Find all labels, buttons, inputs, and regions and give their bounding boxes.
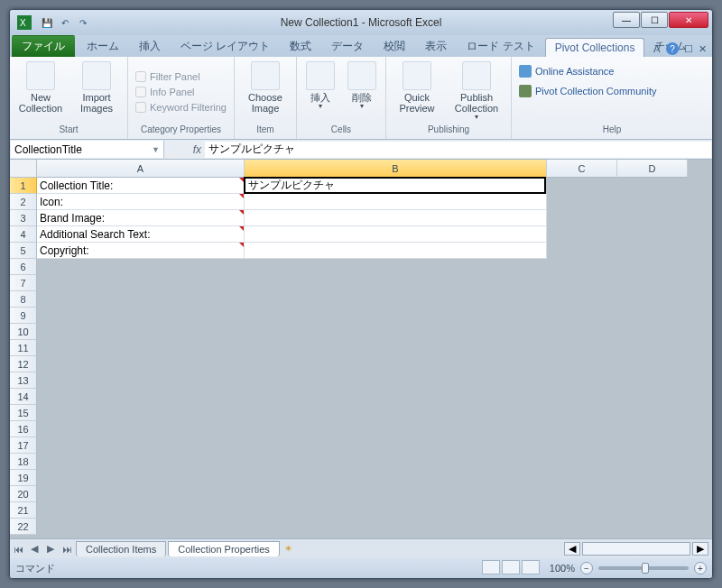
row-header[interactable]: 9 [10, 308, 37, 324]
cell[interactable] [37, 340, 245, 356]
cell[interactable] [245, 437, 547, 454]
select-all-corner[interactable] [10, 160, 37, 178]
cell[interactable] [245, 519, 547, 535]
publish-collection-button[interactable]: Publish Collection▾ [448, 60, 505, 122]
cell[interactable] [617, 259, 688, 275]
cell[interactable] [617, 291, 688, 308]
fx-icon[interactable]: fx [193, 143, 201, 156]
cell[interactable]: Collection Title: [37, 178, 245, 194]
cell[interactable] [37, 356, 245, 372]
cell[interactable] [617, 454, 688, 470]
view-normal[interactable] [482, 560, 500, 574]
cell[interactable] [616, 178, 687, 194]
cell[interactable] [547, 226, 617, 243]
tab-pivot-collections[interactable]: Pivot Collections [545, 38, 645, 57]
row-header[interactable]: 20 [10, 486, 37, 502]
cell[interactable] [37, 519, 245, 535]
cell[interactable]: Icon: [37, 194, 245, 210]
row-header[interactable]: 6 [10, 259, 37, 275]
cell[interactable] [245, 194, 547, 210]
cell[interactable] [37, 324, 245, 340]
row-header[interactable]: 11 [10, 340, 37, 356]
cell[interactable] [245, 389, 547, 405]
tab-file[interactable]: ファイル [12, 35, 75, 57]
worksheet[interactable]: A B C D 1Collection Title:サンプルピクチャ2Icon:… [10, 160, 712, 538]
cell[interactable] [547, 243, 617, 259]
qat-undo-icon[interactable]: ↶ [57, 14, 73, 31]
row-header[interactable]: 7 [10, 275, 37, 291]
cell[interactable] [547, 308, 617, 324]
cell[interactable] [547, 340, 617, 356]
cell[interactable] [547, 372, 617, 389]
qat-redo-icon[interactable]: ↷ [75, 14, 91, 31]
formula-input[interactable] [205, 142, 711, 158]
row-header[interactable]: 18 [10, 454, 37, 470]
row-header[interactable]: 5 [10, 243, 37, 259]
tab-formulas[interactable]: 数式 [280, 35, 321, 57]
hscroll-right[interactable]: ▶ [692, 542, 708, 556]
cell[interactable] [37, 372, 245, 389]
row-header[interactable]: 8 [10, 291, 37, 308]
cell[interactable] [617, 502, 688, 519]
row-header[interactable]: 14 [10, 389, 37, 405]
minimize-button[interactable]: — [613, 12, 640, 28]
cell[interactable] [547, 275, 617, 291]
cell[interactable] [245, 421, 547, 437]
cell[interactable] [617, 437, 688, 454]
zoom-level[interactable]: 100% [550, 563, 575, 574]
cell[interactable] [37, 502, 245, 519]
cell[interactable] [617, 421, 688, 437]
cell[interactable] [617, 340, 688, 356]
cell[interactable] [617, 519, 688, 535]
cell[interactable] [547, 421, 617, 437]
cell[interactable]: サンプルピクチャ [244, 177, 546, 194]
cell[interactable] [245, 259, 547, 275]
import-images-button[interactable]: Import Images [71, 60, 122, 114]
new-collection-button[interactable]: New Collection [15, 60, 66, 114]
inner-restore-icon[interactable]: ☐ [684, 43, 693, 55]
cell[interactable] [547, 291, 617, 308]
cell[interactable] [245, 372, 547, 389]
cell[interactable] [245, 405, 547, 421]
row-header[interactable]: 10 [10, 324, 37, 340]
cell[interactable] [617, 210, 688, 226]
cell[interactable] [617, 486, 688, 502]
cell[interactable] [245, 356, 547, 372]
cell[interactable] [547, 356, 617, 372]
cell[interactable] [617, 324, 688, 340]
cell[interactable] [37, 470, 245, 486]
row-header[interactable]: 19 [10, 470, 37, 486]
cell[interactable] [617, 308, 688, 324]
cell[interactable]: Additional Search Text: [37, 226, 245, 243]
view-page-layout[interactable] [502, 560, 520, 574]
cell[interactable] [245, 324, 547, 340]
sheet-nav-prev[interactable]: ◀ [26, 543, 42, 555]
cell[interactable] [617, 405, 688, 421]
view-page-break[interactable] [522, 560, 540, 574]
cell[interactable] [245, 486, 547, 502]
sheet-tab-items[interactable]: Collection Items [76, 541, 166, 556]
tab-view[interactable]: 表示 [415, 35, 457, 57]
inner-close-icon[interactable]: ✕ [699, 43, 707, 55]
info-panel-checkbox[interactable]: Info Panel [134, 86, 197, 98]
tab-loadtest[interactable]: ロード テスト [457, 35, 544, 57]
cell[interactable] [37, 421, 245, 437]
zoom-out-button[interactable]: − [580, 562, 593, 574]
cell[interactable] [617, 243, 688, 259]
cell[interactable] [547, 324, 617, 340]
cell[interactable] [617, 470, 688, 486]
ribbon-minimize-icon[interactable]: ᐱ [653, 43, 661, 55]
cell[interactable] [245, 470, 547, 486]
close-button[interactable]: ✕ [669, 12, 708, 28]
cell[interactable]: Copyright: [37, 243, 245, 259]
row-header[interactable]: 15 [10, 405, 37, 421]
cell[interactable] [547, 470, 617, 486]
cell[interactable] [37, 389, 245, 405]
cell[interactable] [617, 372, 688, 389]
row-header[interactable]: 22 [10, 519, 37, 535]
hscroll-left[interactable]: ◀ [564, 542, 580, 556]
cell[interactable] [245, 210, 547, 226]
cell[interactable] [245, 275, 547, 291]
row-header[interactable]: 17 [10, 437, 37, 454]
cell[interactable] [37, 259, 245, 275]
